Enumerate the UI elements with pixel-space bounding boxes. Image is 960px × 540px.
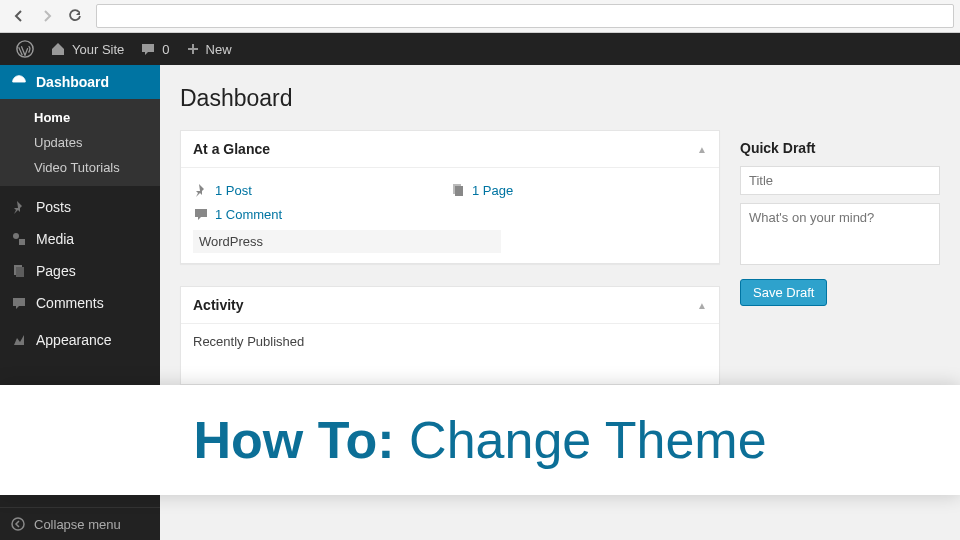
overlay-prefix: How To: [193, 411, 394, 469]
page-title: Dashboard [180, 85, 940, 112]
menu-pages[interactable]: Pages [0, 255, 160, 287]
reload-button[interactable] [62, 4, 88, 28]
comments-link[interactable]: 0 [132, 33, 177, 65]
pages-link[interactable]: 1 Page [472, 183, 513, 198]
comments-count: 0 [162, 42, 169, 57]
media-icon [10, 231, 28, 247]
overlay-title: How To: Change Theme [193, 410, 766, 470]
menu-label: Posts [36, 199, 71, 215]
posts-link[interactable]: 1 Post [215, 183, 252, 198]
svg-point-4 [12, 518, 24, 530]
collapse-icon [10, 516, 26, 532]
pages-icon [10, 263, 28, 279]
quick-draft-title-input[interactable] [740, 166, 940, 195]
glance-comments[interactable]: 1 Comment [193, 202, 707, 226]
tutorial-overlay: How To: Change Theme [0, 385, 960, 495]
wp-admin-bar: Your Site 0 New [0, 33, 960, 65]
dashboard-icon [10, 73, 28, 91]
quick-draft-box: Quick Draft Save Draft [740, 130, 940, 306]
pages-icon [450, 182, 466, 198]
wordpress-icon [16, 40, 34, 58]
collapse-label: Collapse menu [34, 517, 121, 532]
site-name-label: Your Site [72, 42, 124, 57]
submenu-video-tutorials[interactable]: Video Tutorials [0, 155, 160, 180]
activity-box: Activity ▲ Recently Published [180, 286, 720, 385]
menu-appearance[interactable]: Appearance [0, 324, 160, 356]
plus-icon [186, 42, 200, 56]
glance-pages[interactable]: 1 Page [450, 178, 707, 202]
save-draft-button[interactable]: Save Draft [740, 279, 827, 306]
main-content: Dashboard At a Glance ▲ 1 Post [160, 65, 960, 385]
glance-posts[interactable]: 1 Post [193, 178, 450, 202]
at-a-glance-heading: At a Glance [193, 141, 270, 157]
wp-version: WordPress [193, 230, 501, 253]
svg-rect-3 [16, 267, 24, 277]
comment-icon [193, 206, 209, 222]
recently-published-label: Recently Published [193, 334, 707, 349]
at-a-glance-box: At a Glance ▲ 1 Post [180, 130, 720, 264]
comment-icon [10, 295, 28, 311]
menu-media[interactable]: Media [0, 223, 160, 255]
menu-posts[interactable]: Posts [0, 191, 160, 223]
menu-label: Pages [36, 263, 76, 279]
svg-point-1 [13, 233, 19, 239]
forward-button[interactable] [34, 4, 60, 28]
collapse-menu[interactable]: Collapse menu [0, 507, 160, 540]
menu-dashboard[interactable]: Dashboard [0, 65, 160, 99]
dashboard-submenu: Home Updates Video Tutorials [0, 99, 160, 186]
submenu-updates[interactable]: Updates [0, 130, 160, 155]
quick-draft-content-input[interactable] [740, 203, 940, 265]
new-content-link[interactable]: New [178, 33, 240, 65]
overlay-suffix: Change Theme [395, 411, 767, 469]
appearance-icon [10, 332, 28, 348]
site-name-link[interactable]: Your Site [42, 33, 132, 65]
collapse-toggle[interactable]: ▲ [697, 300, 707, 311]
url-bar[interactable] [96, 4, 954, 28]
home-icon [50, 41, 66, 57]
browser-toolbar [0, 0, 960, 33]
comment-icon [140, 41, 156, 57]
back-button[interactable] [6, 4, 32, 28]
menu-label: Appearance [36, 332, 112, 348]
svg-rect-6 [455, 186, 463, 196]
collapse-toggle[interactable]: ▲ [697, 144, 707, 155]
activity-heading: Activity [193, 297, 244, 313]
quick-draft-heading: Quick Draft [740, 140, 815, 156]
pin-icon [10, 199, 28, 215]
pin-icon [193, 182, 209, 198]
menu-label: Dashboard [36, 74, 109, 90]
menu-label: Comments [36, 295, 104, 311]
comments-link[interactable]: 1 Comment [215, 207, 282, 222]
wp-logo[interactable] [8, 33, 42, 65]
new-label: New [206, 42, 232, 57]
submenu-home[interactable]: Home [0, 105, 160, 130]
menu-label: Media [36, 231, 74, 247]
menu-comments[interactable]: Comments [0, 287, 160, 319]
